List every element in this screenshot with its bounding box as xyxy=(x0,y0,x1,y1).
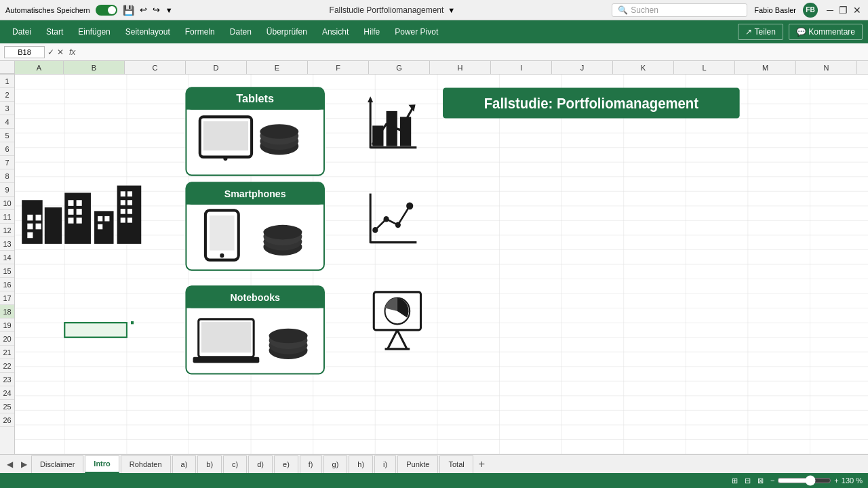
row-7[interactable]: 7 xyxy=(0,156,14,169)
col-header-d[interactable]: D xyxy=(186,61,247,74)
menu-ansicht[interactable]: Ansicht xyxy=(315,23,355,41)
tab-h[interactable]: h) xyxy=(349,455,373,473)
menu-ueberpruefen[interactable]: Überprüfen xyxy=(260,23,314,41)
autosave-toggle[interactable] xyxy=(96,5,117,16)
normal-view-icon[interactable]: ⊞ xyxy=(732,476,738,485)
search-box[interactable]: 🔍 Suchen xyxy=(612,3,747,17)
col-header-e[interactable]: E xyxy=(247,61,308,74)
col-header-a[interactable]: A xyxy=(15,61,64,74)
col-header-m[interactable]: M xyxy=(735,61,796,74)
svg-rect-57 xyxy=(98,224,102,230)
title-bar-center: Fallstudie Portfoliomanagement ▼ xyxy=(330,5,456,15)
svg-text:Tablets: Tablets xyxy=(236,92,274,106)
tab-d[interactable]: d) xyxy=(248,455,273,473)
formula-bar-check[interactable]: ✓ xyxy=(47,47,54,57)
svg-rect-48 xyxy=(68,200,73,206)
tab-i[interactable]: i) xyxy=(374,455,396,473)
row-10[interactable]: 10 xyxy=(0,197,14,210)
row-15[interactable]: 15 xyxy=(0,264,14,278)
page-break-icon[interactable]: ⊠ xyxy=(757,476,764,485)
redo-icon[interactable]: ↪ xyxy=(153,5,160,15)
row-6[interactable]: 6 xyxy=(0,142,14,156)
row-20[interactable]: 20 xyxy=(0,332,14,346)
row-13[interactable]: 13 xyxy=(0,237,14,251)
filename-dropdown[interactable]: ▼ xyxy=(448,6,455,14)
row-9[interactable]: 9 xyxy=(0,183,14,197)
tab-intro[interactable]: Intro xyxy=(85,455,119,473)
row-5[interactable]: 5 xyxy=(0,129,14,142)
zoom-out-button[interactable]: − xyxy=(770,476,774,485)
zoom-slider[interactable] xyxy=(777,475,831,486)
tab-rohdaten[interactable]: Rohdaten xyxy=(121,455,171,473)
row-4[interactable]: 4 xyxy=(0,115,14,129)
menu-daten[interactable]: Daten xyxy=(223,23,258,41)
row-18[interactable]: 18 xyxy=(0,305,14,319)
close-button[interactable]: ✕ xyxy=(852,5,863,16)
menu-formeln[interactable]: Formeln xyxy=(178,23,222,41)
zoom-plus-button[interactable]: + xyxy=(834,476,838,485)
menu-start[interactable]: Start xyxy=(39,23,70,41)
restore-button[interactable]: ❐ xyxy=(838,5,849,16)
undo-icon[interactable]: ↩ xyxy=(140,5,147,15)
tab-nav-right[interactable]: ▶ xyxy=(17,457,31,472)
menu-powerpivot[interactable]: Power Pivot xyxy=(388,23,445,41)
col-header-f[interactable]: F xyxy=(308,61,369,74)
content-area[interactable]: Tablets Smartphones xyxy=(15,75,868,454)
row-14[interactable]: 14 xyxy=(0,251,14,264)
col-header-n[interactable]: N xyxy=(796,61,857,74)
row-24[interactable]: 24 xyxy=(0,386,14,400)
row-25[interactable]: 25 xyxy=(0,400,14,413)
add-sheet-button[interactable]: + xyxy=(475,458,489,470)
save-icon[interactable]: 💾 xyxy=(123,5,134,16)
title-bar: Automatisches Speichern 💾 ↩ ↪ ▼ Fallstud… xyxy=(0,0,868,20)
col-header-h[interactable]: H xyxy=(430,61,491,74)
row-12[interactable]: 12 xyxy=(0,224,14,237)
row-19[interactable]: 19 xyxy=(0,319,14,332)
menu-einfuegen[interactable]: Einfügen xyxy=(71,23,117,41)
tab-g[interactable]: g) xyxy=(323,455,348,473)
row-17[interactable]: 17 xyxy=(0,291,14,305)
menu-hilfe[interactable]: Hilfe xyxy=(357,23,387,41)
row-8[interactable]: 8 xyxy=(0,169,14,183)
row-22[interactable]: 22 xyxy=(0,359,14,373)
row-11[interactable]: 11 xyxy=(0,210,14,224)
formula-input[interactable] xyxy=(81,47,864,57)
quick-access-more[interactable]: ▼ xyxy=(165,6,173,14)
formula-bar-cancel[interactable]: ✕ xyxy=(57,47,64,57)
zoom-control: − + 130 % xyxy=(770,475,863,486)
row-23[interactable]: 23 xyxy=(0,373,14,386)
share-button[interactable]: ↗ Teilen xyxy=(738,24,783,40)
page-layout-icon[interactable]: ⊟ xyxy=(745,476,751,485)
menu-datei[interactable]: Datei xyxy=(5,23,38,41)
cell-reference[interactable] xyxy=(4,46,45,58)
svg-rect-46 xyxy=(27,232,33,239)
tab-punkte[interactable]: Punkte xyxy=(397,455,438,473)
row-3[interactable]: 3 xyxy=(0,102,14,115)
row-21[interactable]: 21 xyxy=(0,346,14,359)
row-1[interactable]: 1 xyxy=(0,75,14,88)
tab-disclaimer[interactable]: Disclaimer xyxy=(31,455,83,473)
comment-button[interactable]: 💬 Kommentare xyxy=(789,24,863,40)
minimize-button[interactable]: ─ xyxy=(825,5,835,16)
tab-e[interactable]: e) xyxy=(274,455,298,473)
row-2[interactable]: 2 xyxy=(0,88,14,102)
tab-f[interactable]: f) xyxy=(300,455,322,473)
col-header-i[interactable]: I xyxy=(491,61,552,74)
col-header-k[interactable]: K xyxy=(613,61,674,74)
row-26[interactable]: 26 xyxy=(0,413,14,427)
col-header-b[interactable]: B xyxy=(64,61,125,74)
col-header-l[interactable]: L xyxy=(674,61,735,74)
tab-a[interactable]: a) xyxy=(172,455,197,473)
col-header-g[interactable]: G xyxy=(369,61,430,74)
tab-b[interactable]: b) xyxy=(197,455,222,473)
tab-nav-left[interactable]: ◀ xyxy=(3,457,17,472)
col-header-c[interactable]: C xyxy=(125,61,186,74)
menu-seitenlayout[interactable]: Seitenlayout xyxy=(119,23,177,41)
tab-c[interactable]: c) xyxy=(223,455,247,473)
col-header-j[interactable]: J xyxy=(552,61,613,74)
tab-total[interactable]: Total xyxy=(439,455,473,473)
svg-rect-66 xyxy=(127,218,132,223)
corner-cell xyxy=(0,61,15,74)
svg-line-118 xyxy=(388,330,397,349)
row-16[interactable]: 16 xyxy=(0,278,14,291)
